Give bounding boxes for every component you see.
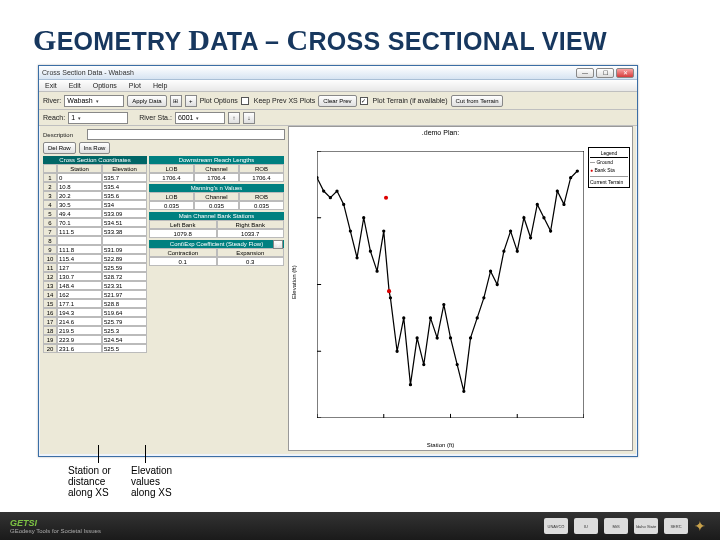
plot-terrain-checkbox[interactable] [360, 97, 368, 105]
maximize-button[interactable]: ☐ [596, 68, 614, 78]
rob-value[interactable]: 1706.4 [239, 173, 284, 182]
table-cell[interactable] [57, 236, 102, 245]
menu-options[interactable]: Options [87, 80, 123, 91]
table-cell[interactable]: 1 [43, 173, 57, 182]
table-cell[interactable]: 10.8 [57, 182, 102, 191]
minimize-button[interactable]: — [576, 68, 594, 78]
table-cell[interactable]: 533.09 [102, 209, 147, 218]
table-cell[interactable]: 17 [43, 317, 57, 326]
clear-prev-button[interactable]: Clear Prev [318, 95, 356, 107]
left-bank-value[interactable]: 1079.8 [149, 229, 217, 238]
keep-prev-checkbox[interactable] [241, 97, 249, 105]
table-cell[interactable]: 2 [43, 182, 57, 191]
table-cell[interactable]: 523.31 [102, 281, 147, 290]
table-cell[interactable]: 11 [43, 263, 57, 272]
channel-value[interactable]: 1706.4 [194, 173, 239, 182]
table-cell[interactable]: 525.79 [102, 317, 147, 326]
table-cell[interactable]: 162 [57, 290, 102, 299]
down-button[interactable]: ↓ [243, 112, 255, 124]
table-cell[interactable]: 7 [43, 227, 57, 236]
menu-exit[interactable]: Exit [39, 80, 63, 91]
table-cell[interactable]: 18 [43, 326, 57, 335]
table-cell[interactable]: 525.5 [102, 344, 147, 353]
table-cell[interactable]: 535.6 [102, 191, 147, 200]
table-cell[interactable]: 12 [43, 272, 57, 281]
menu-plot[interactable]: Plot [123, 80, 147, 91]
legend: Legend — Ground ● Bank Sta Current Terra… [588, 147, 630, 188]
table-cell[interactable]: 8 [43, 236, 57, 245]
table-cell[interactable]: 19 [43, 335, 57, 344]
svg-point-7 [329, 197, 331, 199]
table-cell[interactable]: 531.09 [102, 245, 147, 254]
table-cell[interactable]: 30.5 [57, 200, 102, 209]
right-bank-value[interactable]: 1033.7 [217, 229, 285, 238]
table-cell[interactable]: 194.3 [57, 308, 102, 317]
close-button[interactable]: ✕ [616, 68, 634, 78]
table-cell[interactable]: 16 [43, 308, 57, 317]
table-cell[interactable]: 148.4 [57, 281, 102, 290]
table-cell[interactable]: 130.7 [57, 272, 102, 281]
cut-terrain-button[interactable]: Cut from Terrain [451, 95, 504, 107]
table-cell[interactable]: 49.4 [57, 209, 102, 218]
table-cell[interactable]: 111.5 [57, 227, 102, 236]
table-cell[interactable]: 14 [43, 290, 57, 299]
menu-help[interactable]: Help [147, 80, 173, 91]
table-cell[interactable]: 6 [43, 218, 57, 227]
table-cell[interactable]: 20.2 [57, 191, 102, 200]
table-cell[interactable]: 521.97 [102, 290, 147, 299]
lob-value[interactable]: 1706.4 [149, 173, 194, 182]
table-cell[interactable] [102, 236, 147, 245]
contraction-value[interactable]: 0.1 [149, 257, 217, 266]
ins-row-button[interactable]: Ins Row [79, 142, 111, 154]
mann-lob-value[interactable]: 0.035 [149, 201, 194, 210]
table-cell[interactable]: 15 [43, 299, 57, 308]
table-cell[interactable]: 5 [43, 209, 57, 218]
table-cell[interactable]: 13 [43, 281, 57, 290]
table-cell[interactable]: 519.64 [102, 308, 147, 317]
apply-data-button[interactable]: Apply Data [127, 95, 166, 107]
table-cell[interactable]: 115.4 [57, 254, 102, 263]
help-icon[interactable]: ? [273, 240, 283, 249]
plus-icon[interactable]: + [185, 95, 197, 107]
table-cell[interactable]: 177.1 [57, 299, 102, 308]
x-axis-label: Station (ft) [289, 442, 592, 448]
svg-point-29 [469, 337, 471, 339]
table-cell[interactable]: 0 [57, 173, 102, 182]
table-cell[interactable]: 127 [57, 263, 102, 272]
table-cell[interactable]: 111.8 [57, 245, 102, 254]
menu-edit[interactable]: Edit [63, 80, 87, 91]
table-cell[interactable]: 10 [43, 254, 57, 263]
table-cell[interactable]: 525.59 [102, 263, 147, 272]
table-cell[interactable]: 528.8 [102, 299, 147, 308]
table-cell[interactable]: 9 [43, 245, 57, 254]
reach-combo[interactable]: 1 [68, 112, 128, 124]
river-combo[interactable]: Wabash [64, 95, 124, 107]
riversta-combo[interactable]: 6001 [175, 112, 225, 124]
table-cell[interactable]: 3 [43, 191, 57, 200]
table-cell[interactable]: 70.1 [57, 218, 102, 227]
expansion-value[interactable]: 0.3 [217, 257, 285, 266]
titlebar[interactable]: Cross Section Data - Wabash — ☐ ✕ [39, 66, 637, 80]
up-button[interactable]: ↑ [228, 112, 240, 124]
table-cell[interactable]: 219.5 [57, 326, 102, 335]
table-cell[interactable]: 4 [43, 200, 57, 209]
table-body[interactable]: 10535.7210.8535.4320.2535.6430.5534549.4… [43, 173, 147, 353]
description-field[interactable] [87, 129, 285, 140]
table-cell[interactable]: 223.9 [57, 335, 102, 344]
table-cell[interactable]: 214.6 [57, 317, 102, 326]
table-cell[interactable]: 535.7 [102, 173, 147, 182]
table-cell[interactable]: 534.51 [102, 218, 147, 227]
table-cell[interactable]: 522.89 [102, 254, 147, 263]
table-cell[interactable]: 528.72 [102, 272, 147, 281]
table-cell[interactable]: 525.3 [102, 326, 147, 335]
table-cell[interactable]: 524.54 [102, 335, 147, 344]
table-cell[interactable]: 535.4 [102, 182, 147, 191]
mann-rob-value[interactable]: 0.035 [239, 201, 284, 210]
mann-ch-value[interactable]: 0.035 [194, 201, 239, 210]
table-cell[interactable]: 534 [102, 200, 147, 209]
grid-icon[interactable]: ⊞ [170, 95, 182, 107]
table-cell[interactable]: 231.6 [57, 344, 102, 353]
table-cell[interactable]: 533.38 [102, 227, 147, 236]
table-cell[interactable]: 20 [43, 344, 57, 353]
del-row-button[interactable]: Del Row [43, 142, 76, 154]
